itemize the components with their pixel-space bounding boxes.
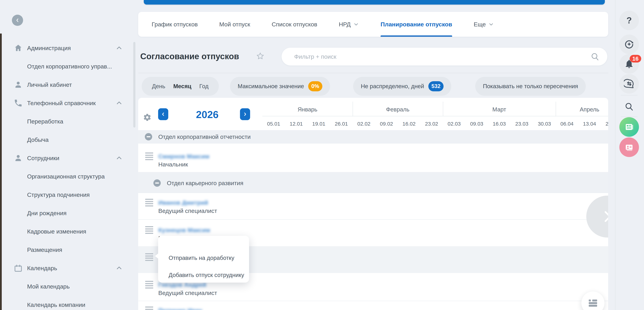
chat-transfer-icon — [624, 79, 634, 89]
week-date-label: 20.04 — [606, 121, 608, 127]
week-date-label: 05.01 — [267, 121, 280, 127]
sidebar-item-4[interactable]: Телефонный справочник — [0, 97, 130, 109]
row-menu-handle[interactable] — [145, 226, 153, 234]
section-collapse-toggle[interactable] — [115, 44, 124, 52]
sidebar-item-label: Отдел корпоративного управ... — [27, 63, 112, 70]
chevron-up-icon — [115, 44, 123, 52]
home-icon — [14, 43, 23, 53]
row-separator — [138, 219, 608, 220]
row-menu-handle[interactable] — [145, 307, 153, 310]
view-option-День[interactable]: День — [150, 83, 167, 90]
sidebar-item-11[interactable]: Кадровые изменения — [0, 225, 130, 238]
sidebar-scrollbar[interactable] — [133, 42, 136, 128]
tab-label: Список отпусков — [272, 21, 317, 28]
sidebar-item-label: Телефонный справочник — [27, 100, 96, 107]
newspaper-icon — [624, 122, 634, 132]
tab-2[interactable]: Мой отпуск — [219, 12, 250, 37]
pill-label: Показывать не только пересечения — [483, 83, 578, 90]
global-search-button[interactable] — [619, 97, 639, 116]
sidebar-item-1[interactable]: Администрация — [0, 42, 130, 54]
department-label: Отдел карьерного развития — [167, 180, 244, 186]
previous-year-button[interactable] — [158, 108, 168, 120]
week-date-label: 06.04 — [560, 121, 574, 127]
row-separator — [138, 301, 608, 301]
chevron-down-icon — [488, 21, 494, 27]
contacts-button[interactable] — [619, 138, 639, 157]
section-collapse-toggle[interactable] — [115, 99, 124, 107]
collapse-department-icon[interactable] — [154, 179, 161, 187]
calendar-icon — [14, 264, 23, 273]
month-label: Март — [492, 106, 506, 113]
employee-name-link[interactable]: Кузнецов Максим — [158, 227, 210, 234]
tab-label: Еще — [474, 21, 486, 28]
filter-pill-3[interactable]: Показывать не только пересечения — [475, 77, 586, 96]
context-menu-item-2[interactable]: Добавить отпуск сотруднику — [168, 271, 244, 279]
rail-separator — [621, 95, 638, 95]
employee-name-link[interactable]: Иванов Дмитрий — [158, 199, 208, 206]
sidebar-item-2[interactable]: Отдел корпоративного управ... — [0, 60, 130, 72]
tab-1[interactable]: График отпусков — [152, 12, 198, 37]
chevron-left-icon — [161, 112, 166, 117]
employee-name-link[interactable]: Смирнов Максим — [158, 153, 209, 160]
sidebar-item-10[interactable]: Дни рождения — [0, 207, 130, 219]
chevron-right-icon — [243, 112, 247, 117]
favorite-star-icon[interactable] — [256, 52, 265, 61]
month-separator — [443, 102, 443, 116]
sidebar-item-6[interactable]: Добыча — [0, 134, 130, 146]
context-menu-item-1[interactable]: Отправить на доработку — [168, 254, 234, 262]
sidebar-item-12[interactable]: Размещения — [0, 244, 130, 256]
row-menu-handle[interactable] — [145, 281, 153, 289]
sidebar-item-9[interactable]: Структура подчинения — [0, 189, 130, 201]
sidebar-item-13[interactable]: Календарь — [0, 262, 130, 274]
section-collapse-toggle[interactable] — [115, 154, 124, 162]
row-menu-handle[interactable] — [145, 253, 153, 261]
tab-4[interactable]: НРД — [339, 12, 359, 37]
row-menu-handle[interactable] — [145, 153, 153, 160]
sidebar-item-3[interactable]: Личный кабинет — [0, 79, 130, 91]
collapse-department-icon[interactable] — [145, 133, 152, 141]
view-option-Год[interactable]: Год — [198, 83, 210, 90]
search-input[interactable] — [294, 53, 574, 60]
filter-search-field[interactable] — [282, 48, 607, 65]
row-context-menu: Отправить на доработкуДобавить отпуск со… — [158, 236, 249, 283]
row-menu-handle[interactable] — [145, 199, 153, 206]
sidebar-item-5[interactable]: Переработка — [0, 115, 130, 128]
sidebar-item-14[interactable]: Мой календарь — [0, 280, 130, 293]
updates-button[interactable] — [619, 35, 639, 54]
sidebar-item-label: Мой календарь — [27, 283, 70, 290]
sidebar-item-label: Добыча — [27, 136, 48, 143]
timeline-settings-gear-icon[interactable] — [143, 113, 152, 122]
month-separator — [352, 102, 353, 116]
section-collapse-toggle[interactable] — [115, 264, 124, 273]
week-date-label: 16.03 — [493, 121, 506, 127]
sidebar-item-label: Размещения — [27, 246, 62, 253]
next-year-button[interactable] — [240, 108, 250, 120]
filter-pill-1[interactable]: Максимальное значение0% — [230, 77, 330, 96]
pill-label: Максимальное значение — [238, 83, 304, 90]
sidebar-item-8[interactable]: Организационная структура — [0, 170, 130, 182]
sidebar-item-15[interactable]: Календарь компании — [0, 299, 130, 310]
view-option-Месяц[interactable]: Месяц — [172, 83, 193, 90]
employee-row — [138, 301, 608, 310]
sidebar-item-label: Организационная структура — [27, 173, 105, 180]
employee-name-link[interactable]: Петренко Иван — [158, 307, 202, 310]
tab-5[interactable]: Планирование отпусков — [380, 12, 452, 37]
tab-3[interactable]: Список отпусков — [272, 12, 317, 37]
filter-pill-2[interactable]: Не распределено, дней532 — [353, 77, 451, 96]
user-icon — [14, 154, 23, 162]
notification-count-badge: 16 — [630, 55, 641, 62]
news-feed-button[interactable] — [619, 117, 639, 137]
sidebar-collapse-button[interactable] — [12, 15, 23, 26]
phone-icon — [14, 99, 23, 108]
employee-position: Ведущий специалист — [158, 290, 217, 296]
help-button[interactable]: ? — [619, 11, 639, 30]
search-icon[interactable] — [590, 52, 600, 61]
header-divider — [138, 73, 608, 73]
sidebar-item-label: Администрация — [27, 45, 71, 51]
timeline-year: 2026 — [179, 109, 235, 120]
messages-button[interactable] — [619, 74, 639, 94]
sidebar-item-7[interactable]: Сотрудники — [0, 152, 130, 164]
tab-6[interactable]: Еще — [474, 12, 494, 37]
month-label: Апрель — [580, 106, 600, 113]
month-header-divider — [262, 116, 608, 116]
